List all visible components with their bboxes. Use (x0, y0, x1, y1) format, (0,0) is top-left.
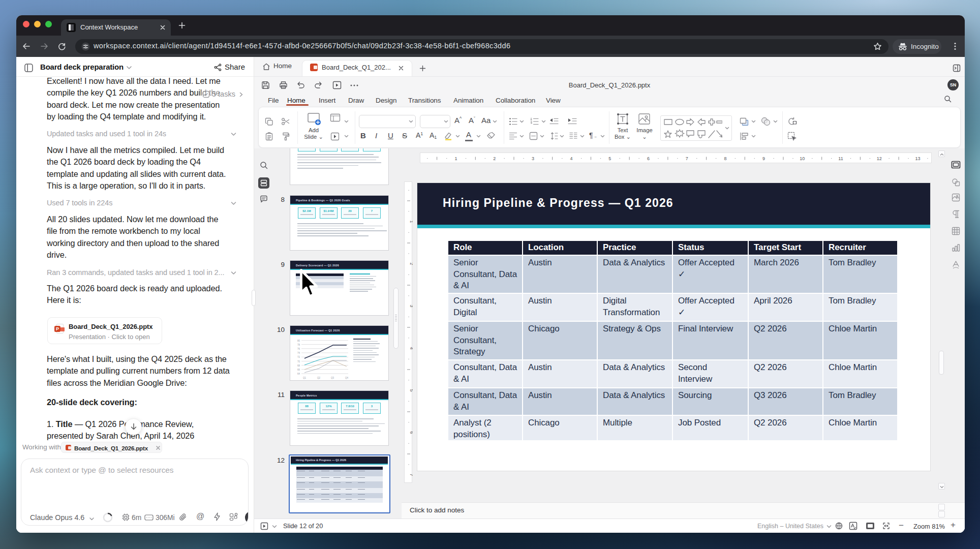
svg-text:68: 68 (297, 364, 300, 367)
svg-text:5: 5 (409, 389, 413, 391)
svg-text:13: 13 (915, 156, 920, 161)
svg-text:3: 3 (532, 156, 534, 161)
svg-text:Q1: Q1 (303, 377, 307, 379)
svg-text:72: 72 (297, 356, 300, 358)
svg-text:Q4: Q4 (345, 377, 349, 379)
svg-text:66: 66 (297, 369, 300, 371)
svg-text:80: 80 (297, 340, 300, 342)
svg-text:5: 5 (608, 156, 611, 161)
svg-text:78: 78 (297, 344, 300, 346)
svg-text:Q2: Q2 (317, 377, 321, 379)
svg-text:12: 12 (877, 156, 882, 161)
svg-text:7: 7 (409, 473, 413, 476)
svg-text:4: 4 (409, 347, 413, 349)
svg-text:76: 76 (297, 348, 300, 350)
svg-text:64: 64 (297, 373, 300, 375)
svg-text:Q3: Q3 (331, 377, 334, 379)
svg-text:6: 6 (409, 431, 413, 434)
svg-text:1: 1 (409, 220, 413, 223)
svg-text:9: 9 (762, 156, 765, 161)
svg-text:74: 74 (297, 352, 300, 354)
svg-text:1: 1 (454, 156, 457, 161)
svg-text:8: 8 (724, 156, 726, 161)
svg-text:2: 2 (409, 262, 413, 265)
svg-text:6: 6 (647, 156, 650, 161)
svg-text:7: 7 (686, 156, 688, 161)
svg-text:2: 2 (493, 156, 496, 161)
svg-text:70: 70 (297, 360, 300, 363)
svg-text:3: 3 (409, 304, 413, 307)
svg-text:10: 10 (800, 156, 805, 161)
svg-text:4: 4 (570, 156, 573, 161)
svg-text:11: 11 (838, 156, 843, 161)
